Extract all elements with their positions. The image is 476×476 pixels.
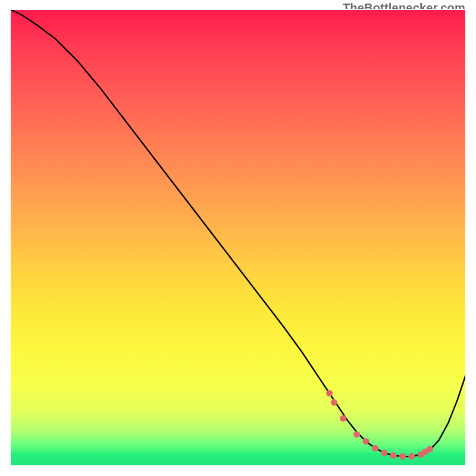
marker-dot bbox=[363, 438, 369, 444]
marker-dot bbox=[408, 453, 415, 460]
marker-dot bbox=[381, 449, 387, 456]
marker-dot bbox=[353, 431, 360, 438]
marker-dots-group bbox=[326, 390, 433, 459]
chart-svg bbox=[10, 9, 466, 466]
marker-dot bbox=[340, 415, 346, 422]
plot-area bbox=[10, 9, 466, 466]
marker-dot bbox=[427, 446, 433, 452]
marker-dot bbox=[372, 445, 378, 452]
marker-dot bbox=[331, 399, 337, 406]
bottleneck-curve bbox=[10, 9, 466, 456]
marker-dot bbox=[390, 452, 397, 459]
chart-canvas: TheBottlenecker.com bbox=[0, 0, 476, 476]
marker-dot bbox=[326, 390, 333, 396]
marker-dot bbox=[399, 453, 406, 460]
curve-line-group bbox=[10, 9, 466, 456]
